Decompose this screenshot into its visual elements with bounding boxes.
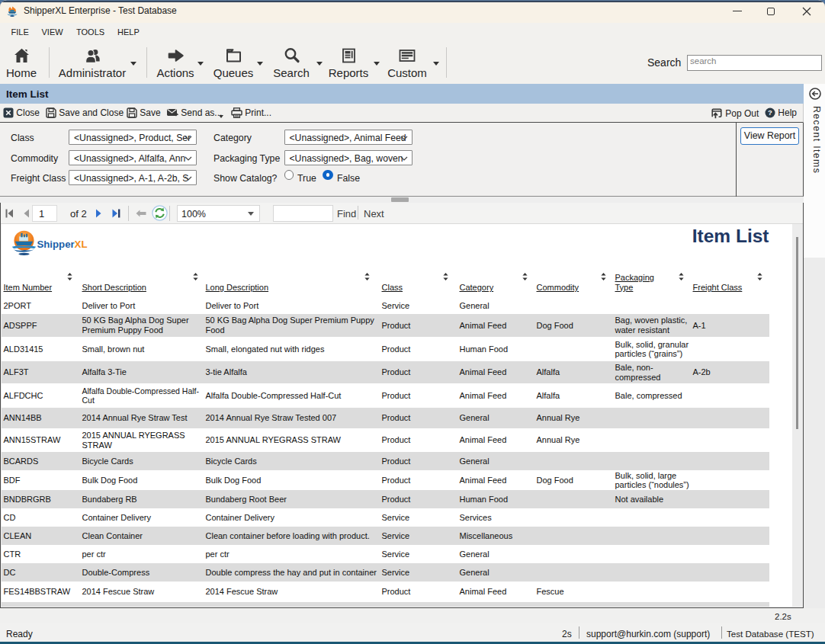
- svg-text:?: ?: [768, 108, 772, 117]
